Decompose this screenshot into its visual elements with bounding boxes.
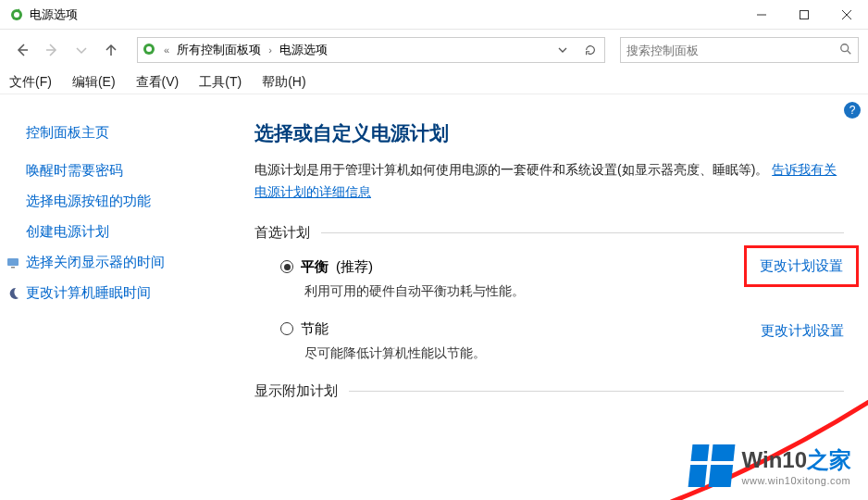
- sidebar-item-label: 更改计算机睡眠时间: [26, 284, 151, 302]
- address-bar[interactable]: « 所有控制面板项 › 电源选项: [137, 37, 605, 63]
- breadcrumb-current[interactable]: 电源选项: [279, 42, 328, 58]
- chevron-double-left-icon: «: [164, 44, 169, 56]
- plan-balanced-name: 平衡: [301, 258, 329, 276]
- plan-balanced-change-link[interactable]: 更改计划设置: [744, 245, 859, 287]
- menu-file[interactable]: 文件(F): [9, 74, 52, 91]
- maximize-button[interactable]: [783, 0, 825, 30]
- search-box[interactable]: [620, 37, 859, 63]
- recent-locations-button[interactable]: [68, 37, 94, 63]
- svg-rect-14: [11, 267, 15, 269]
- windows-logo-icon: [688, 444, 735, 487]
- menu-edit[interactable]: 编辑(E): [72, 74, 116, 91]
- sidebar-item-label: 选择关闭显示器的时间: [26, 254, 165, 271]
- svg-point-1: [14, 12, 19, 18]
- menu-bar: 文件(F) 编辑(E) 查看(V) 工具(T) 帮助(H): [0, 70, 868, 94]
- sidebar-link-wake-password[interactable]: 唤醒时需要密码: [26, 162, 243, 180]
- up-button[interactable]: [98, 37, 124, 63]
- moon-icon: [6, 286, 20, 301]
- search-icon[interactable]: [839, 43, 852, 58]
- plan-balanced-hint: (推荐): [336, 258, 373, 276]
- refresh-button[interactable]: [580, 44, 601, 56]
- control-panel-icon: [142, 42, 156, 59]
- sidebar-home-link[interactable]: 控制面板主页: [26, 124, 243, 142]
- watermark-brand-prefix: Win10: [742, 447, 807, 472]
- svg-rect-3: [800, 10, 809, 19]
- close-button[interactable]: [825, 0, 868, 30]
- help-icon[interactable]: ?: [844, 102, 861, 119]
- plan-saver-radio[interactable]: 节能: [280, 320, 329, 338]
- main-panel: ? 选择或自定义电源计划 电源计划是用于管理计算机如何使用电源的一套硬件和系统设…: [254, 94, 868, 500]
- svg-line-12: [848, 50, 851, 54]
- address-row: « 所有控制面板项 › 电源选项: [0, 30, 868, 70]
- address-drop-button[interactable]: [552, 45, 573, 55]
- monitor-icon: [6, 256, 20, 270]
- divider-line: [349, 391, 844, 392]
- menu-help[interactable]: 帮助(H): [262, 74, 305, 91]
- sidebar-link-create-plan[interactable]: 创建电源计划: [26, 223, 243, 241]
- plan-saver: 节能 更改计划设置 尽可能降低计算机性能以节能。: [280, 320, 844, 362]
- menu-view[interactable]: 查看(V): [136, 74, 180, 91]
- window-controls: [740, 0, 868, 30]
- svg-rect-13: [7, 258, 19, 266]
- divider-line: [321, 232, 844, 233]
- page-description: 电源计划是用于管理计算机如何使用电源的一套硬件和系统设置(如显示器亮度、睡眠等)…: [254, 159, 844, 204]
- watermark-brand-suffix: 之家: [807, 447, 851, 472]
- plan-saver-desc: 尽可能降低计算机性能以节能。: [304, 345, 844, 362]
- back-button[interactable]: [9, 37, 35, 63]
- svg-point-10: [146, 46, 152, 52]
- forward-button[interactable]: [39, 37, 65, 63]
- plan-balanced: 平衡 (推荐) 更改计划设置 利用可用的硬件自动平衡功耗与性能。: [280, 258, 844, 300]
- sidebar-item-label: 唤醒时需要密码: [26, 162, 123, 180]
- preferred-plans-label: 首选计划: [254, 224, 844, 242]
- minimize-button[interactable]: [740, 0, 783, 30]
- watermark-url: www.win10xitong.com: [742, 475, 851, 486]
- sidebar-link-sleep-time[interactable]: 更改计算机睡眠时间: [6, 284, 243, 302]
- radio-icon: [280, 322, 293, 335]
- breadcrumb-parent[interactable]: 所有控制面板项: [177, 42, 261, 58]
- menu-tools[interactable]: 工具(T): [199, 74, 242, 91]
- sidebar: 控制面板主页 唤醒时需要密码 选择电源按钮的功能 创建电源计划 选择关闭显示器的…: [0, 94, 254, 500]
- page-title: 选择或自定义电源计划: [254, 120, 844, 146]
- titlebar: 电源选项: [0, 0, 868, 30]
- description-text: 电源计划是用于管理计算机如何使用电源的一套硬件和系统设置(如显示器亮度、睡眠等)…: [254, 162, 768, 177]
- watermark-brand: Win10之家: [742, 445, 851, 475]
- watermark: Win10之家 www.win10xitong.com: [690, 444, 851, 487]
- additional-plans-text: 显示附加计划: [254, 382, 338, 400]
- sidebar-link-display-off[interactable]: 选择关闭显示器的时间: [6, 254, 243, 271]
- preferred-plans-text: 首选计划: [254, 224, 310, 242]
- search-input[interactable]: [626, 44, 839, 57]
- content-area: 控制面板主页 唤醒时需要密码 选择电源按钮的功能 创建电源计划 选择关闭显示器的…: [0, 94, 868, 500]
- svg-point-11: [841, 44, 849, 51]
- plan-balanced-radio[interactable]: 平衡 (推荐): [280, 258, 373, 276]
- power-options-icon: [9, 7, 24, 22]
- plan-saver-name: 节能: [301, 320, 329, 338]
- chevron-right-icon: ›: [268, 44, 272, 56]
- sidebar-item-label: 选择电源按钮的功能: [26, 193, 151, 210]
- additional-plans-label: 显示附加计划: [254, 382, 844, 400]
- sidebar-link-power-button[interactable]: 选择电源按钮的功能: [26, 193, 243, 210]
- window-title: 电源选项: [30, 6, 740, 23]
- plan-saver-change-link[interactable]: 更改计划设置: [761, 322, 844, 340]
- sidebar-item-label: 创建电源计划: [26, 223, 109, 241]
- radio-icon: [280, 260, 293, 273]
